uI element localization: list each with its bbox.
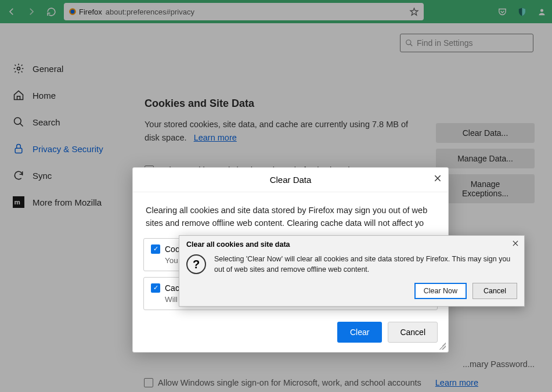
dialog-body: Clearing all cookies and site data store… [133,192,448,238]
confirm-body: ? Selecting 'Clear Now' will clear all c… [179,249,524,279]
close-icon[interactable] [433,174,442,183]
clear-button[interactable]: Clear [337,322,382,343]
confirm-dialog: Clear all cookies and site data ? Select… [179,235,525,307]
checkbox-checked-icon[interactable]: ✓ [151,283,160,293]
confirm-text: Selecting 'Clear Now' will clear all coo… [214,254,517,275]
dialog-header: Clear Data [133,168,448,192]
checkbox-checked-icon[interactable]: ✓ [151,244,160,254]
close-icon[interactable] [511,239,519,247]
clear-now-button[interactable]: Clear Now [414,283,467,299]
confirm-title: Clear all cookies and site data [179,236,524,249]
question-icon: ? [186,254,206,274]
resize-handle-icon[interactable] [439,343,446,350]
cancel-button[interactable]: Cancel [388,322,438,343]
confirm-footer: Clear Now Cancel [179,279,524,306]
dialog-title: Clear Data [270,175,312,185]
cancel-button[interactable]: Cancel [472,283,517,299]
dialog-footer: Clear Cancel [133,316,448,352]
